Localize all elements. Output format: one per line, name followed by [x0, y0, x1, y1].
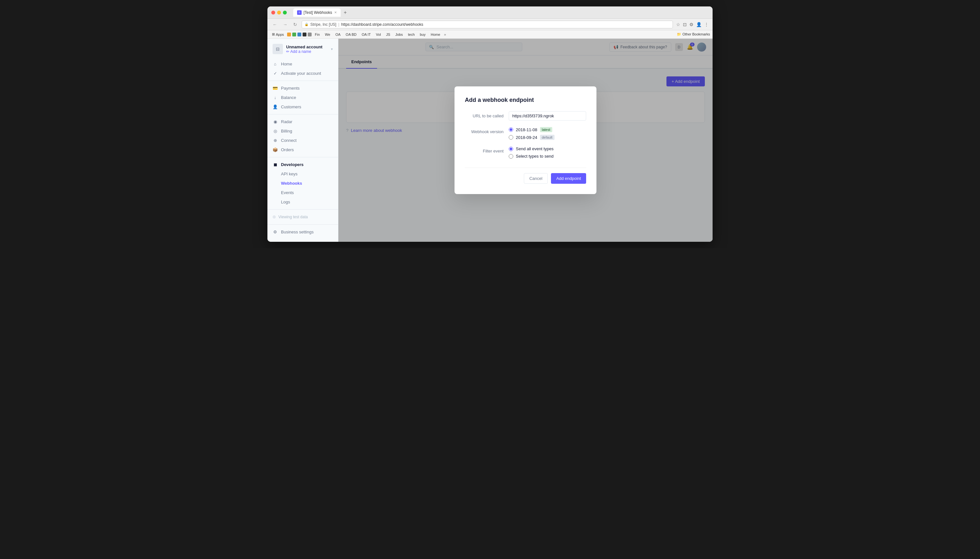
- url-input[interactable]: [509, 111, 586, 121]
- url-form-row: URL to be called: [465, 111, 586, 121]
- reload-button[interactable]: ↻: [292, 21, 298, 28]
- extension-icon[interactable]: ⚙: [689, 22, 693, 27]
- modal-overlay[interactable]: Add a webhook endpoint URL to be called: [338, 39, 713, 242]
- url-separator: |: [338, 22, 339, 27]
- bookmarks-more-button[interactable]: »: [444, 33, 446, 36]
- sidebar-item-radar[interactable]: ◉ Radar: [267, 117, 338, 126]
- back-button[interactable]: ←: [271, 21, 279, 28]
- filter-option-1: Send all event types: [509, 146, 586, 151]
- sidebar-divider-1: [267, 81, 338, 81]
- account-section: ⊟ Unnamed account ✏ Add a name ▾: [267, 44, 338, 60]
- developers-icon: ◼: [273, 162, 278, 167]
- version-radio-group: 2018-11-08 latest 2018-09-24 default: [509, 127, 586, 140]
- activate-icon: ✓: [273, 71, 278, 76]
- address-bar: ← → ↻ 🔒 Stripe, Inc [US] | https://dashb…: [267, 19, 713, 30]
- viewing-test-indicator: Viewing test data: [267, 212, 338, 222]
- bookmark-star-icon[interactable]: ☆: [676, 22, 680, 27]
- payments-icon: 💳: [273, 86, 278, 91]
- filter-radio-group: Send all event types Select types to sen…: [509, 146, 586, 159]
- cancel-button[interactable]: Cancel: [524, 173, 548, 184]
- filter-radio-2[interactable]: [509, 154, 513, 159]
- tab-close-icon[interactable]: ✕: [334, 11, 337, 14]
- orders-icon: 📦: [273, 147, 278, 152]
- other-bookmarks[interactable]: 📁 Other Bookmarks: [677, 32, 710, 36]
- title-bar: S [Test] Webhooks ✕ +: [267, 7, 713, 19]
- sidebar-item-customers[interactable]: 👤 Customers: [267, 102, 338, 112]
- close-button[interactable]: [271, 11, 275, 15]
- test-dot-icon: [273, 215, 276, 218]
- sidebar-divider-2: [267, 114, 338, 114]
- sidebar-item-activate[interactable]: ✓ Activate your account: [267, 69, 338, 78]
- url-company: Stripe, Inc [US]: [310, 22, 337, 27]
- user-icon[interactable]: 👤: [696, 22, 701, 27]
- version-radio-1[interactable]: [509, 127, 513, 132]
- bookmark-oa-it[interactable]: OA IT: [360, 32, 373, 37]
- radar-icon: ◉: [273, 119, 278, 124]
- add-endpoint-submit-button[interactable]: Add endpoint: [551, 173, 586, 184]
- tab-favicon: S: [297, 10, 302, 15]
- sidebar-item-developers[interactable]: ◼ Developers: [267, 160, 338, 169]
- sidebar-item-business-settings[interactable]: ⚙ Business settings: [267, 227, 338, 237]
- filter-field: Send all event types Select types to sen…: [509, 146, 586, 159]
- modal-title: Add a webhook endpoint: [465, 97, 586, 104]
- balance-icon: ↓: [273, 95, 278, 100]
- sidebar-item-orders[interactable]: 📦 Orders: [267, 145, 338, 154]
- version-form-row: Webhook version 2018-11-08 latest: [465, 127, 586, 140]
- sidebar-divider-5: [267, 224, 338, 225]
- filter-radio-1[interactable]: [509, 147, 513, 151]
- version-field: 2018-11-08 latest 2018-09-24 default: [509, 127, 586, 140]
- bookmark-fin[interactable]: Fin: [313, 32, 322, 37]
- sidebar-item-webhooks[interactable]: Webhooks: [267, 179, 338, 188]
- bookmark-icon-3[interactable]: [297, 33, 301, 36]
- sidebar-item-logs[interactable]: Logs: [267, 197, 338, 207]
- account-chevron-icon[interactable]: ▾: [331, 47, 333, 51]
- tab-bar: S [Test] Webhooks ✕ +: [293, 8, 709, 17]
- url-bar[interactable]: 🔒 Stripe, Inc [US] | https://dashboard.s…: [302, 21, 673, 28]
- bookmark-home[interactable]: Home: [429, 32, 442, 37]
- customers-icon: 👤: [273, 104, 278, 109]
- url-label: URL to be called: [465, 111, 504, 119]
- account-name: Unnamed account: [286, 45, 328, 49]
- account-add-name-button[interactable]: ✏ Add a name: [286, 49, 328, 54]
- active-tab[interactable]: S [Test] Webhooks ✕: [293, 8, 341, 17]
- bookmark-icon-2[interactable]: [292, 33, 296, 36]
- sidebar-item-api-keys[interactable]: API keys: [267, 169, 338, 179]
- bookmark-icon-4[interactable]: [303, 33, 307, 36]
- new-tab-button[interactable]: +: [342, 10, 349, 15]
- minimize-button[interactable]: [277, 11, 281, 15]
- forward-button[interactable]: →: [282, 21, 289, 28]
- sidebar-item-events[interactable]: Events: [267, 188, 338, 197]
- menu-icon[interactable]: ⋮: [704, 22, 709, 27]
- bookmark-vol[interactable]: Vol: [374, 32, 383, 37]
- bookmark-icon-1[interactable]: [287, 33, 291, 36]
- bookmark-oa[interactable]: OA: [333, 32, 343, 37]
- sidebar-item-home[interactable]: ⌂ Home: [267, 60, 338, 69]
- modal-footer: Cancel Add endpoint: [465, 168, 586, 184]
- sidebar-item-billing[interactable]: ◎ Billing: [267, 126, 338, 136]
- settings-icon: ⚙: [273, 230, 278, 234]
- version-label: Webhook version: [465, 127, 504, 135]
- sidebar: ⊟ Unnamed account ✏ Add a name ▾ ⌂ Home …: [267, 39, 338, 242]
- sidebar-nav: ⌂ Home ✓ Activate your account 💳 Payment…: [267, 60, 338, 237]
- sidebar-item-balance[interactable]: ↓ Balance: [267, 93, 338, 102]
- version-radio-2[interactable]: [509, 135, 513, 140]
- bookmark-js[interactable]: JS: [384, 32, 392, 37]
- bookmark-tech[interactable]: tech: [406, 32, 417, 37]
- add-webhook-modal: Add a webhook endpoint URL to be called: [454, 86, 597, 194]
- tab-title: [Test] Webhooks: [303, 10, 332, 15]
- sidebar-divider-3: [267, 157, 338, 157]
- bookmark-jobs[interactable]: Jobs: [393, 32, 405, 37]
- bookmark-oa-bd[interactable]: OA BD: [344, 32, 359, 37]
- version-option-2: 2018-09-24 default: [509, 135, 586, 140]
- sidebar-item-payments[interactable]: 💳 Payments: [267, 83, 338, 93]
- home-icon: ⌂: [273, 61, 278, 66]
- bookmark-we[interactable]: We: [323, 32, 332, 37]
- maximize-button[interactable]: [283, 11, 287, 15]
- screenshot-icon[interactable]: ⊡: [683, 22, 687, 27]
- bookmark-buy[interactable]: buy: [418, 32, 428, 37]
- bookmark-apps[interactable]: ⊞ Apps: [270, 31, 286, 37]
- sidebar-divider-4: [267, 209, 338, 210]
- bookmark-icon-5[interactable]: [308, 33, 312, 36]
- secure-icon: 🔒: [305, 23, 308, 26]
- sidebar-item-connect[interactable]: ⊕ Connect: [267, 136, 338, 145]
